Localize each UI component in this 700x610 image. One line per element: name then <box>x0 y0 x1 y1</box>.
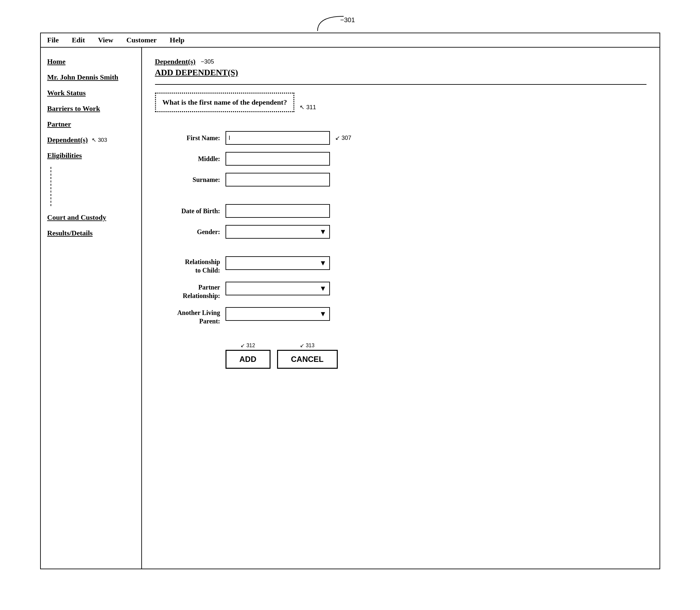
dob-row: Date of Birth: <box>155 204 390 218</box>
form-container: First Name: ↙ 307 Middle: 309 Surn <box>155 131 390 369</box>
dob-label: Date of Birth: <box>155 207 220 215</box>
partner-relationship-select[interactable]: ▼ <box>225 282 330 295</box>
middle-row: Middle: 309 <box>155 152 390 166</box>
surname-label: Surname: <box>155 176 220 183</box>
partner-relationship-label: PartnerRelationship: <box>155 282 220 300</box>
ref-313: 313 <box>306 343 315 348</box>
sidebar-item-barriers[interactable]: Barriers to Work <box>47 104 135 113</box>
add-button[interactable]: ADD <box>225 350 270 369</box>
sidebar-item-home[interactable]: Home <box>47 58 135 66</box>
sidebar: Home Mr. John Dennis Smith Work Status B… <box>41 48 142 568</box>
sidebar-item-court[interactable]: Court and Custody <box>47 213 135 222</box>
breadcrumb-dependents[interactable]: Dependent(s) <box>155 58 196 66</box>
page-title[interactable]: ADD DEPENDENT(S) <box>155 68 647 78</box>
ref-311: 311 <box>306 104 316 111</box>
ref-305: 305 <box>204 58 214 65</box>
content-area: Dependent(s) −305 ADD DEPENDENT(S) What … <box>142 48 659 568</box>
relationship-select[interactable]: ▼ <box>225 256 330 270</box>
menu-help[interactable]: Help <box>170 36 184 44</box>
partner-relationship-row: PartnerRelationship: ▼ <box>155 282 390 300</box>
menu-edit[interactable]: Edit <box>72 36 85 44</box>
middle-label: Middle: <box>155 155 220 163</box>
gender-select[interactable]: ▼ <box>225 225 330 239</box>
another-parent-select[interactable]: ▼ <box>225 307 330 321</box>
middle-input[interactable] <box>225 152 330 166</box>
surname-row: Surname: <box>155 173 390 187</box>
ref-312: 312 <box>246 343 255 348</box>
first-name-input[interactable] <box>225 131 330 145</box>
relationship-dropdown-arrow: ▼ <box>320 259 327 267</box>
surname-input[interactable] <box>225 173 330 187</box>
sidebar-item-results[interactable]: Results/Details <box>47 229 135 237</box>
another-parent-row: Another LivingParent: ▼ <box>155 307 390 325</box>
gender-row: Gender: ▼ <box>155 225 390 239</box>
sidebar-item-work-status[interactable]: Work Status <box>47 89 135 97</box>
ref-307: 307 <box>342 135 352 141</box>
menu-customer[interactable]: Customer <box>126 36 157 44</box>
relationship-label: Relationshipto Child: <box>155 256 220 274</box>
first-name-label: First Name: <box>155 134 220 142</box>
gender-label: Gender: <box>155 228 220 236</box>
sidebar-item-eligibilities[interactable]: Eligibilities <box>47 151 135 160</box>
prompt-box: What is the first name of the dependent? <box>155 93 295 112</box>
menubar: File Edit View Customer Help <box>40 33 660 48</box>
ref-309: 309 <box>335 156 345 162</box>
sidebar-item-person[interactable]: Mr. John Dennis Smith <box>47 73 135 81</box>
gender-dropdown-arrow: ▼ <box>320 228 327 236</box>
breadcrumb-nav: Dependent(s) −305 ADD DEPENDENT(S) <box>155 58 647 85</box>
first-name-row: First Name: ↙ 307 <box>155 131 390 145</box>
sidebar-item-partner[interactable]: Partner <box>47 120 135 128</box>
cancel-button[interactable]: CANCEL <box>277 350 338 369</box>
sidebar-item-dependents[interactable]: Dependent(s) <box>47 135 88 144</box>
ref-303: 303 <box>98 137 107 143</box>
partner-relationship-dropdown-arrow: ▼ <box>320 284 327 293</box>
relationship-row: Relationshipto Child: ▼ <box>155 256 390 274</box>
menu-view[interactable]: View <box>98 36 113 44</box>
another-parent-label: Another LivingParent: <box>155 307 220 325</box>
dob-input[interactable] <box>225 204 330 218</box>
main-layout: Home Mr. John Dennis Smith Work Status B… <box>40 48 660 569</box>
another-parent-dropdown-arrow: ▼ <box>320 310 327 318</box>
sidebar-dashed-connector <box>50 167 135 206</box>
menu-file[interactable]: File <box>47 36 59 44</box>
